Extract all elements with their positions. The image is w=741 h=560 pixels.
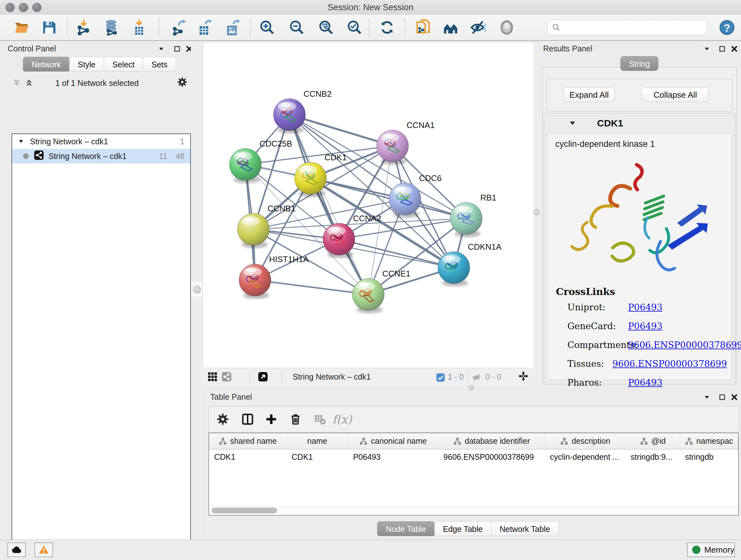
table-cell[interactable]: 9606.ENSP00000378699 — [438, 449, 545, 464]
minimize-window-button[interactable] — [19, 3, 28, 12]
expand-all-button[interactable]: Expand All — [563, 87, 615, 102]
panel-menu-icon[interactable] — [156, 44, 166, 54]
hide-selection-button[interactable] — [468, 18, 488, 37]
memory-button[interactable]: Memory — [687, 543, 735, 557]
edge-CCNB2-CCNE1[interactable] — [289, 115, 368, 294]
delete-column-button[interactable] — [286, 411, 305, 428]
edge-CDK1-RB1[interactable] — [311, 178, 466, 219]
crosslink-link[interactable]: P06493 — [628, 302, 663, 313]
export-network-button[interactable] — [169, 18, 189, 37]
edge-HIST1H1A-CCNE1[interactable] — [255, 280, 368, 294]
import-network-from-database-button[interactable] — [101, 18, 121, 37]
network-node-CDK1[interactable] — [294, 162, 327, 197]
birdseye-grid-icon[interactable] — [207, 371, 218, 382]
column-header-database-identifier[interactable]: database identifier — [438, 433, 545, 449]
table-cell[interactable]: stringdb:9... — [625, 449, 680, 464]
export-image-button[interactable] — [223, 18, 243, 37]
open-in-new-window-icon[interactable] — [258, 371, 268, 382]
network-node-RB1[interactable] — [450, 202, 482, 237]
left-splitter[interactable] — [191, 42, 203, 540]
string-network-badge-icon[interactable] — [221, 371, 232, 382]
open-session-button[interactable] — [11, 18, 32, 37]
gear-icon[interactable] — [177, 77, 188, 87]
splitter-handle[interactable] — [193, 286, 201, 294]
export-table-button[interactable] — [195, 18, 215, 37]
zoom-in-button[interactable] — [257, 18, 277, 37]
search-input[interactable] — [561, 23, 699, 32]
horizontal-splitter-handle[interactable] — [468, 385, 474, 390]
column-header-@id[interactable]: @id — [625, 433, 680, 449]
table-row[interactable]: CDK1CDK1P064939606.ENSP00000378699cyclin… — [209, 449, 738, 464]
fit-content-crosshair-icon[interactable] — [518, 371, 529, 381]
zoom-out-button[interactable] — [286, 18, 307, 37]
column-header-name[interactable]: name — [286, 433, 348, 449]
show-all-button[interactable] — [496, 18, 517, 37]
import-network-from-file-button[interactable] — [73, 18, 94, 37]
network-canvas[interactable]: CCNB2CCNA1CDC25BCDK1CDC6RB1CCNB1CCNA2CDK… — [203, 42, 534, 368]
network-node-CCNA1[interactable] — [377, 130, 408, 165]
table-cell[interactable]: CDK1 — [286, 449, 348, 464]
close-window-button[interactable] — [5, 3, 15, 12]
panel-close-icon[interactable] — [729, 392, 740, 402]
network-node-CCNB2[interactable] — [273, 99, 306, 133]
tab-network[interactable]: Network — [23, 57, 70, 71]
network-label: String Network – cdk1 — [49, 152, 127, 161]
panel-close-icon[interactable] — [729, 44, 740, 54]
tab-sets[interactable]: Sets — [143, 57, 176, 71]
table-cell[interactable]: CDK1 — [209, 449, 286, 464]
column-header-canonical-name[interactable]: canonical name — [348, 433, 438, 449]
tab-node-table[interactable]: Node Table — [377, 521, 434, 536]
network-node-HIST1H1A[interactable] — [239, 264, 271, 299]
network-row-selected[interactable]: String Network – cdk1 11 48 — [12, 149, 190, 164]
column-header-namespac[interactable]: namespac — [680, 433, 738, 449]
tab-select[interactable]: Select — [104, 57, 143, 71]
crosslink-link[interactable]: 9606.ENSP00000378699 — [628, 340, 741, 350]
network-node-CCNA2[interactable] — [323, 223, 355, 258]
tab-edge-table[interactable]: Edge Table — [434, 521, 491, 536]
zoom-window-button[interactable] — [32, 3, 42, 12]
panel-menu-icon[interactable] — [701, 44, 712, 54]
zoom-selected-button[interactable] — [344, 18, 365, 37]
first-neighbors-button[interactable] — [441, 18, 461, 37]
scrollbar-thumb[interactable] — [212, 508, 277, 513]
tab-string[interactable]: String — [620, 56, 658, 71]
panel-menu-icon[interactable] — [701, 392, 712, 402]
network-node-CDKN1A[interactable] — [438, 252, 470, 287]
panel-float-icon[interactable] — [717, 392, 728, 402]
crosslink-link[interactable]: 9606.ENSP00000378699 — [612, 359, 727, 369]
table-settings-button[interactable] — [214, 411, 232, 428]
right-splitter[interactable] — [534, 42, 539, 389]
column-header-description[interactable]: description — [545, 433, 625, 449]
panel-float-icon[interactable] — [172, 44, 183, 54]
table-cell[interactable]: stringdb — [680, 449, 738, 464]
column-header-shared-name[interactable]: shared name — [209, 433, 286, 449]
add-column-button[interactable] — [262, 411, 280, 428]
new-network-from-selection-button[interactable] — [413, 18, 433, 37]
show-columns-button[interactable] — [239, 411, 257, 428]
table-cell[interactable]: cyclin-dependent ... — [545, 449, 625, 464]
network-node-CDC6[interactable] — [389, 183, 421, 218]
section-expander-icon[interactable] — [567, 118, 578, 129]
tree-expander-icon[interactable] — [12, 136, 30, 147]
selected-checkbox-icon[interactable] — [435, 372, 446, 383]
table-cell[interactable]: P06493 — [348, 449, 438, 464]
import-table-button[interactable] — [129, 18, 149, 37]
network-node-CCNB1[interactable] — [238, 213, 269, 248]
help-button[interactable]: ? — [717, 18, 737, 37]
tab-style[interactable]: Style — [69, 57, 105, 71]
tab-network-table[interactable]: Network Table — [491, 521, 559, 536]
zoom-fit-button[interactable] — [316, 18, 336, 37]
crosslink-link[interactable]: P06493 — [628, 377, 663, 388]
horizontal-scrollbar[interactable] — [210, 506, 738, 514]
node-label-CDK1: CDK1 — [325, 152, 347, 162]
crosslink-link[interactable]: P06493 — [628, 321, 663, 331]
network-node-CCNE1[interactable] — [352, 278, 384, 313]
network-node-CDC25B[interactable] — [229, 148, 261, 183]
cloud-status-button[interactable] — [7, 543, 26, 557]
panel-float-icon[interactable] — [717, 44, 728, 54]
warnings-button[interactable] — [35, 543, 53, 557]
apply-preferred-layout-button[interactable] — [377, 18, 397, 37]
save-session-button[interactable] — [39, 18, 59, 37]
collapse-all-button[interactable]: Collapse All — [642, 87, 709, 102]
network-collection-row[interactable]: String Network – cdk1 1 — [12, 134, 190, 149]
